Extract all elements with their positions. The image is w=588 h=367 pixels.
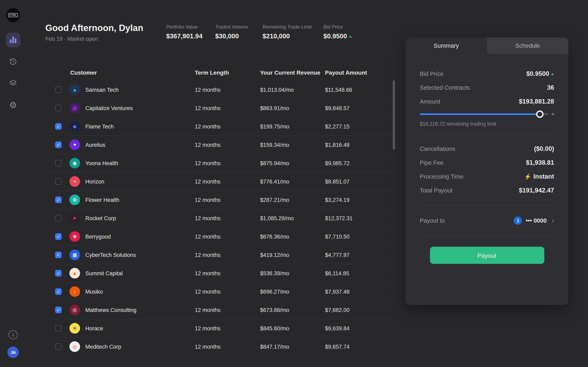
stat-label: Portfolio Value bbox=[166, 24, 215, 30]
sidebar: CTRL ⚙ i bbox=[0, 0, 26, 367]
payout-amount: $9,657.74 bbox=[325, 343, 394, 350]
row-checkbox[interactable] bbox=[55, 343, 62, 350]
payout-amount: $4,777.97 bbox=[325, 252, 394, 258]
row-checkbox[interactable]: ✓ bbox=[55, 307, 62, 313]
table-scrollbar[interactable] bbox=[393, 80, 395, 150]
bid-price-label: Bid Price bbox=[420, 71, 443, 77]
cancellations-row: Cancellations ($0.00) bbox=[420, 142, 554, 156]
selected-contracts-value: 36 bbox=[547, 84, 554, 91]
row-checkbox[interactable]: ✓ bbox=[55, 142, 62, 148]
row-checkbox[interactable] bbox=[55, 105, 62, 111]
table-row[interactable]: ✓▲Summit Capital12 months$536.39/mo$6,11… bbox=[45, 264, 394, 282]
history-icon bbox=[9, 58, 17, 66]
bid-price-value: $0.9500 bbox=[526, 70, 549, 77]
trend-up-icon bbox=[551, 73, 554, 75]
table-row[interactable]: ✓✿Flower Health12 months$287.21/mo$3,274… bbox=[45, 191, 394, 209]
sidebar-item-settings[interactable]: ⚙ bbox=[6, 98, 20, 112]
term-length: 12 months bbox=[195, 197, 260, 203]
stat-label: Bid Price bbox=[323, 24, 352, 30]
pipe-fee-value: $1,938.81 bbox=[526, 159, 554, 166]
page-title: Good Afternoon, Dylan bbox=[45, 23, 143, 33]
row-checkbox[interactable]: ✓ bbox=[55, 270, 62, 276]
current-revenue: $199.75/mo bbox=[260, 123, 325, 129]
current-revenue: $776.41/mo bbox=[260, 178, 325, 184]
divider bbox=[420, 205, 554, 205]
current-revenue: $159.34/mo bbox=[260, 142, 325, 148]
info-icon[interactable]: i bbox=[9, 330, 17, 339]
processing-time-label: Processing Time bbox=[420, 173, 463, 180]
sidebar-item-dashboard[interactable] bbox=[6, 33, 20, 47]
bank-account-icon: ❯ bbox=[514, 217, 522, 225]
payout-amount: $8,851.07 bbox=[325, 178, 394, 184]
selected-contracts-row: Selected Contracts 36 bbox=[420, 81, 554, 95]
term-length: 12 months bbox=[195, 160, 260, 166]
row-checkbox[interactable]: ✓ bbox=[55, 233, 62, 240]
amount-slider-handle[interactable] bbox=[536, 110, 543, 118]
term-length: 12 months bbox=[195, 234, 260, 240]
table-header: Customer Term Length Your Current Revenu… bbox=[45, 64, 394, 81]
term-length: 12 months bbox=[195, 105, 260, 111]
table-row[interactable]: ✓◎Matthews Consulting12 months$673.86/mo… bbox=[45, 300, 394, 319]
amount-slider[interactable] bbox=[420, 110, 554, 118]
cancellations-value: ($0.00) bbox=[534, 145, 554, 152]
app-logo: CTRL bbox=[6, 8, 20, 22]
table-row[interactable]: ◎Capitalize Ventures12 months$863.91/mo$… bbox=[45, 99, 394, 117]
payout-amount: $7,937.48 bbox=[325, 289, 394, 295]
payout-amount: $11,548.66 bbox=[325, 87, 394, 93]
current-revenue: $287.21/mo bbox=[260, 197, 325, 203]
payout-button[interactable]: Payout bbox=[430, 247, 544, 264]
current-revenue: $875.94/mo bbox=[260, 160, 325, 166]
table-row[interactable]: ◎Meditech Corp12 months$847.17/mo$9,657.… bbox=[45, 337, 394, 356]
amount-slider-max-dot bbox=[552, 113, 554, 115]
customer-table: Customer Term Length Your Current Revenu… bbox=[45, 64, 394, 356]
row-checkbox[interactable]: ✓ bbox=[55, 288, 62, 295]
payout-destination-row[interactable]: Payout to ❯ ••• 0000 › bbox=[420, 212, 554, 229]
stat-value: $30,000 bbox=[215, 33, 263, 40]
divider bbox=[420, 134, 554, 134]
table-row[interactable]: ✳Horace12 months$845.60/mo$9,639.84 bbox=[45, 319, 394, 337]
customer-logo-icon: ♪ bbox=[69, 286, 80, 297]
row-checkbox[interactable] bbox=[55, 86, 62, 93]
customer-logo-icon: ≈ bbox=[69, 176, 80, 187]
table-row[interactable]: ◉Yoona Health12 months$875.94/mo$9,985.7… bbox=[45, 154, 394, 172]
table-row[interactable]: ➤Rocket Corp12 months$1,085.29/mo$12,372… bbox=[45, 209, 394, 227]
bar-chart-icon bbox=[10, 37, 16, 43]
table-row[interactable]: ▲Samsan Tech12 months$1,013.04/mo$11,548… bbox=[45, 81, 394, 99]
payout-amount: $9,639.84 bbox=[325, 325, 394, 331]
customer-name: Samsan Tech bbox=[83, 87, 195, 93]
table-row[interactable]: ✓❀Berrygood12 months$676.36/mo$7,710.50 bbox=[45, 227, 394, 245]
payout-amount: $9,985.72 bbox=[325, 160, 394, 166]
current-revenue: $419.12/mo bbox=[260, 252, 325, 258]
panel-tabs: Summary Schedule bbox=[406, 38, 568, 54]
table-row[interactable]: ✓◆Flame Tech12 months$199.75/mo$2,277.15 bbox=[45, 117, 394, 135]
row-checkbox[interactable] bbox=[55, 178, 62, 185]
sidebar-item-history[interactable] bbox=[6, 54, 20, 69]
cancellations-label: Cancellations bbox=[420, 146, 455, 152]
header-stat: Remaining Trade Limit$210,000 bbox=[263, 24, 323, 40]
processing-time-value: Instant bbox=[533, 173, 554, 180]
term-length: 12 months bbox=[195, 215, 260, 221]
stat-value: $367,901.94 bbox=[166, 33, 215, 40]
table-row[interactable]: ≈Horizon12 months$776.41/mo$8,851.07 bbox=[45, 172, 394, 191]
row-checkbox[interactable] bbox=[55, 325, 62, 332]
col-customer: Customer bbox=[70, 69, 195, 76]
table-row[interactable]: ✓✦Aurelius12 months$159.34/mo$1,816.48 bbox=[45, 135, 394, 154]
table-row[interactable]: ✓▦CyberTech Solutions12 months$419.12/mo… bbox=[45, 245, 394, 264]
customer-name: Matthews Consulting bbox=[83, 307, 195, 313]
stat-value: $210,000 bbox=[263, 33, 323, 40]
stat-label: Remaining Trade Limit bbox=[263, 24, 323, 30]
sidebar-item-layers[interactable] bbox=[6, 76, 20, 91]
row-checkbox[interactable] bbox=[55, 160, 62, 166]
tab-summary[interactable]: Summary bbox=[406, 38, 487, 54]
total-payout-value: $191,942.47 bbox=[519, 187, 554, 194]
row-checkbox[interactable]: ✓ bbox=[55, 123, 62, 130]
row-checkbox[interactable]: ✓ bbox=[55, 197, 62, 203]
customer-name: Capitalize Ventures bbox=[83, 105, 195, 111]
customer-logo-icon: ➤ bbox=[69, 213, 80, 224]
tab-schedule[interactable]: Schedule bbox=[487, 38, 568, 54]
term-length: 12 months bbox=[195, 178, 260, 184]
table-row[interactable]: ✓♪Musiko12 months$696.27/mo$7,937.48 bbox=[45, 282, 394, 300]
row-checkbox[interactable] bbox=[55, 215, 62, 221]
user-avatar[interactable]: JN bbox=[7, 347, 19, 358]
row-checkbox[interactable]: ✓ bbox=[55, 252, 62, 258]
